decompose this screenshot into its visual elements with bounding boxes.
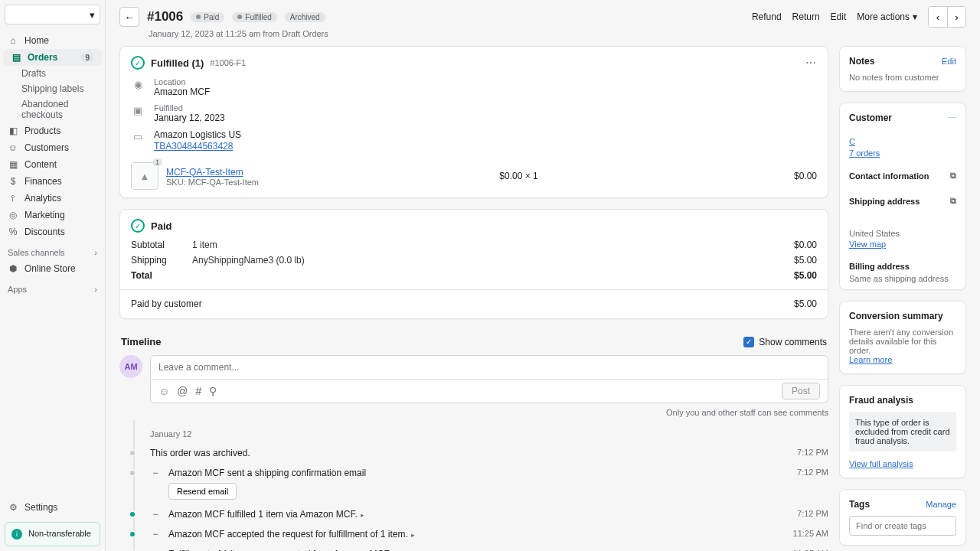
truck-icon: ▭	[131, 129, 145, 142]
badge-paid: Paid	[191, 12, 224, 22]
timeline-event: − Amazon MCF fulfilled 1 item via Amazon…	[150, 504, 828, 524]
comment-input[interactable]	[151, 356, 828, 379]
nav-marketing-label: Marketing	[24, 210, 65, 220]
fulfilled-more-button[interactable]: ⋯	[805, 57, 817, 69]
content-icon: ▦	[8, 159, 18, 170]
item-name-link[interactable]: MCF-QA-Test-Item	[166, 167, 243, 178]
nav-discounts[interactable]: %Discounts	[0, 223, 105, 240]
tracking-link[interactable]: TBA304844563428	[154, 141, 233, 152]
finances-icon: $	[8, 176, 18, 187]
customers-icon: ☺	[8, 142, 18, 153]
nav-abandoned-checkouts[interactable]: Abandoned checkouts	[0, 96, 105, 122]
order-header: ← #1006 Paid Fulfilled Archived Refund R…	[106, 0, 980, 29]
chevron-down-icon: ▾	[90, 9, 95, 21]
nav-orders[interactable]: ▤Orders9	[3, 49, 102, 66]
total-value: $5.00	[771, 270, 817, 281]
discounts-icon: %	[8, 227, 18, 237]
nav-products[interactable]: ◧Products	[0, 122, 105, 139]
home-icon: ⌂	[8, 35, 18, 46]
timeline-dot-icon	[129, 469, 136, 477]
customer-name-link[interactable]: C	[849, 137, 855, 146]
nav-marketing[interactable]: ◎Marketing	[0, 207, 105, 223]
tags-input[interactable]	[849, 516, 956, 536]
arrow-left-icon: ←	[124, 11, 134, 23]
collapse-toggle[interactable]: −	[150, 529, 161, 540]
item-sku: SKU: MCF-QA-Test-Item	[166, 178, 259, 187]
return-button[interactable]: Return	[792, 11, 820, 22]
nav-analytics[interactable]: ⫯Analytics	[0, 190, 105, 207]
nav-home[interactable]: ⌂Home	[0, 32, 105, 49]
learn-more-link[interactable]: Learn more	[849, 355, 892, 364]
back-button[interactable]: ←	[119, 7, 139, 27]
fraud-title: Fraud analysis	[849, 395, 913, 406]
fraud-card: Fraud analysis This type of order is exc…	[839, 385, 966, 478]
nav-discounts-label: Discounts	[24, 227, 65, 237]
nav-shipping-labels[interactable]: Shipping labels	[0, 81, 105, 96]
collapse-toggle[interactable]: −	[150, 509, 161, 520]
collapse-toggle[interactable]: −	[150, 468, 161, 478]
trial-notice: i Non-transferable	[5, 522, 100, 546]
check-circle-icon: ✓	[131, 56, 145, 70]
event-time: 11:25 AM	[793, 529, 828, 538]
nav-content-label: Content	[24, 159, 57, 170]
post-button[interactable]: Post	[782, 383, 820, 399]
event-text: Amazon MCF fulfilled 1 item via Amazon M…	[168, 509, 789, 520]
prev-order-button[interactable]: ‹	[929, 7, 947, 27]
nav-online-store[interactable]: ⬢Online Store	[0, 260, 105, 277]
tags-card: TagsManage	[839, 489, 966, 546]
customer-more-button[interactable]: ⋯	[948, 113, 956, 123]
timeline-events: January 12 This order was archived. 7:12…	[119, 420, 828, 551]
apps-header: Apps›	[0, 277, 105, 297]
manage-tags-button[interactable]: Manage	[926, 500, 956, 509]
edit-button[interactable]: Edit	[831, 11, 847, 22]
nav-content[interactable]: ▦Content	[0, 156, 105, 173]
paid-card: ✓ Paid Subtotal1 item$0.00 ShippingAnySh…	[119, 209, 828, 319]
chevron-down-icon: ▾	[913, 11, 917, 22]
location-value: Amazon MCF	[154, 86, 210, 97]
hashtag-icon[interactable]: #	[196, 385, 202, 397]
mention-icon[interactable]: @	[177, 385, 188, 397]
nav-finances[interactable]: $Finances	[0, 173, 105, 190]
notes-edit-button[interactable]: Edit	[942, 57, 956, 66]
nav-orders-label: Orders	[28, 52, 57, 63]
emoji-icon[interactable]: ☺	[158, 385, 169, 397]
next-order-button[interactable]: ›	[947, 7, 965, 27]
customer-orders-link[interactable]: 7 orders	[849, 148, 880, 158]
refund-button[interactable]: Refund	[752, 11, 782, 22]
timeline-event: − Amazon MCF accepted the request for fu…	[150, 524, 828, 544]
nav-customers[interactable]: ☺Customers	[0, 139, 105, 156]
chevron-right-icon[interactable]: ›	[94, 285, 97, 294]
chevron-right-icon[interactable]: ›	[94, 248, 97, 257]
nav-finances-label: Finances	[24, 176, 62, 187]
line-item: ▲ 1 MCF-QA-Test-Item SKU: MCF-QA-Test-It…	[120, 155, 828, 197]
nav-drafts[interactable]: Drafts	[0, 66, 105, 81]
paid-by-value: $5.00	[771, 298, 817, 309]
view-map-link[interactable]: View map	[849, 240, 886, 249]
conversion-title: Conversion summary	[849, 311, 943, 321]
timeline-title: Timeline	[121, 336, 162, 347]
show-comments-label: Show comments	[759, 337, 827, 347]
more-actions-button[interactable]: More actions▾	[857, 11, 917, 22]
view-analysis-link[interactable]: View full analysis	[849, 459, 913, 468]
attachment-icon[interactable]: ⚲	[209, 385, 217, 397]
caret-right-icon[interactable]: ▸	[411, 531, 415, 539]
nav-settings-label: Settings	[24, 502, 57, 513]
conversion-card: Conversion summary There aren't any conv…	[839, 301, 966, 374]
fraud-notice: This type of order is excluded from cred…	[849, 412, 956, 452]
timeline-dot-icon	[129, 449, 136, 457]
event-text: Amazon MCF accepted the request for fulf…	[168, 529, 786, 540]
caret-right-icon[interactable]: ▸	[361, 511, 364, 519]
copy-icon[interactable]: ⧉	[950, 171, 956, 181]
timeline-date: January 12	[150, 420, 828, 443]
item-total: $0.00	[779, 171, 817, 181]
event-text: Amazon MCF sent a shipping confirmation …	[168, 468, 789, 478]
paid-title: Paid	[151, 220, 172, 232]
show-comments-toggle[interactable]: ✓ Show comments	[743, 337, 827, 347]
copy-icon[interactable]: ⧉	[950, 196, 956, 206]
subtotal-value: $0.00	[771, 240, 817, 250]
resend-email-button[interactable]: Resend email	[168, 483, 237, 500]
nav-settings[interactable]: ⚙Settings	[0, 497, 105, 517]
notes-body: No notes from customer	[840, 73, 965, 91]
conversion-body: There aren't any conversion details avai…	[849, 328, 956, 355]
store-selector[interactable]: ▾	[5, 5, 100, 24]
